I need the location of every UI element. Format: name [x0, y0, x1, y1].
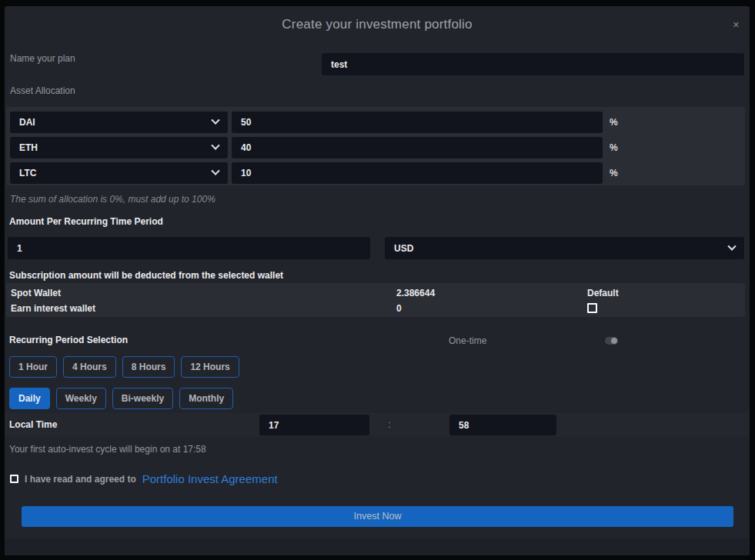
- wallet-default-label: Default: [587, 285, 619, 301]
- period-button-4-hours[interactable]: 4 Hours: [63, 356, 116, 378]
- chevron-down-icon: [211, 142, 219, 150]
- amount-input[interactable]: [8, 237, 370, 259]
- local-time-label: Local Time: [9, 419, 57, 430]
- allocation-percent-input[interactable]: [232, 137, 603, 158]
- allocation-row: ETH %: [6, 137, 745, 158]
- portfolio-invest-agreement-link[interactable]: Portfolio Invest Agreement: [142, 472, 278, 485]
- asset-allocation-label: Asset Allocation: [10, 85, 75, 96]
- local-time-hour-input[interactable]: [259, 415, 369, 435]
- allocation-percent-input[interactable]: [232, 112, 603, 133]
- period-button-weekly[interactable]: Weekly: [56, 388, 106, 409]
- asset-select-value: LTC: [19, 168, 36, 178]
- local-time-band: [5, 413, 750, 436]
- one-time-toggle[interactable]: [605, 337, 618, 345]
- period-button-12-hours[interactable]: 12 Hours: [181, 356, 239, 378]
- asset-select[interactable]: ETH: [10, 137, 228, 158]
- amount-label: Amount Per Recurring Time Period: [9, 216, 163, 227]
- percent-sign: %: [610, 162, 618, 184]
- percent-sign: %: [610, 137, 618, 158]
- first-cycle-hint: Your first auto-invest cycle will begin …: [9, 444, 206, 455]
- chevron-down-icon: [727, 242, 736, 250]
- period-button-daily[interactable]: Daily: [9, 388, 50, 409]
- page-background: Create your investment portfolio ✕ Name …: [0, 0, 755, 560]
- currency-select[interactable]: USD: [385, 237, 744, 259]
- plan-name-input[interactable]: [322, 53, 744, 75]
- agreement-row: I have read and agreed to Portfolio Inve…: [10, 472, 278, 485]
- hour-options-row: 1 Hour 4 Hours 8 Hours 12 Hours: [9, 356, 239, 378]
- asset-select[interactable]: LTC: [10, 162, 228, 184]
- wallet-row-earn[interactable]: Earn interest wallet 0: [6, 301, 745, 316]
- percent-sign: %: [610, 112, 618, 133]
- allocation-percent-input[interactable]: [232, 162, 603, 184]
- default-wallet-checkbox[interactable]: [587, 303, 597, 313]
- invest-now-button[interactable]: Invest Now: [22, 506, 733, 527]
- agreement-text: I have read and agreed to: [25, 474, 136, 485]
- plan-name-label: Name your plan: [10, 53, 75, 64]
- page-bottom-strip: [5, 538, 750, 555]
- agreement-checkbox[interactable]: [10, 475, 18, 483]
- period-button-8-hours[interactable]: 8 Hours: [122, 356, 175, 378]
- dialog-title: Create your investment portfolio: [5, 17, 750, 32]
- toggle-knob-icon: [611, 338, 617, 344]
- wallet-balance: 2.386644: [396, 285, 435, 301]
- wallet-name: Earn interest wallet: [11, 301, 95, 316]
- allocation-row: LTC %: [6, 162, 745, 184]
- period-button-biweekly[interactable]: Bi-weekly: [112, 388, 173, 409]
- recurring-period-label: Recurring Period Selection: [9, 335, 128, 345]
- currency-select-value: USD: [394, 243, 413, 254]
- local-time-minute-input[interactable]: [449, 415, 556, 435]
- chevron-down-icon: [211, 167, 219, 175]
- asset-allocation-panel: DAI % ETH % LTC %: [6, 107, 745, 185]
- asset-select-value: DAI: [19, 117, 35, 128]
- chevron-down-icon: [211, 116, 219, 125]
- wallet-table: Spot Wallet 2.386644 Default Earn intere…: [6, 283, 745, 317]
- allocation-row: DAI %: [6, 112, 745, 133]
- period-button-monthly[interactable]: Monthly: [179, 388, 233, 409]
- close-icon[interactable]: ✕: [733, 21, 740, 29]
- wallet-deduct-label: Subscription amount will be deducted fro…: [9, 270, 283, 281]
- frequency-options-row: Daily Weekly Bi-weekly Monthly: [9, 388, 233, 409]
- invest-portfolio-dialog: Create your investment portfolio ✕ Name …: [5, 6, 750, 538]
- allocation-sum-warning: The sum of allocation is 0%, must add up…: [10, 194, 215, 205]
- wallet-balance: 0: [396, 301, 402, 316]
- asset-select-value: ETH: [19, 142, 38, 153]
- wallet-name: Spot Wallet: [11, 285, 61, 301]
- wallet-row-spot[interactable]: Spot Wallet 2.386644 Default: [6, 285, 745, 301]
- one-time-label: One-time: [449, 335, 486, 346]
- time-separator: :: [386, 415, 393, 435]
- asset-select[interactable]: DAI: [10, 112, 228, 133]
- period-button-1-hour[interactable]: 1 Hour: [9, 356, 57, 378]
